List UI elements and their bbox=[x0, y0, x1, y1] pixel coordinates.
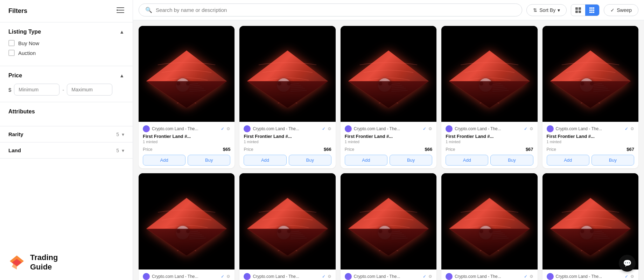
grid-view-button[interactable] bbox=[571, 5, 585, 16]
nft-collection-row: Crypto.com Land - The... ✓ ⚙ bbox=[446, 273, 533, 280]
nft-avatar bbox=[446, 125, 453, 132]
sweep-button[interactable]: ✓ Sweep bbox=[604, 4, 638, 16]
verified-icon: ✓ bbox=[524, 274, 527, 279]
verified-icon: ✓ bbox=[322, 274, 326, 279]
sweep-check-icon: ✓ bbox=[610, 7, 615, 13]
sort-button[interactable]: ⇅ Sort By ▾ bbox=[526, 4, 567, 16]
nft-settings-icon: ⚙ bbox=[428, 126, 432, 131]
svg-rect-2 bbox=[117, 12, 124, 13]
price-label: Price bbox=[244, 147, 253, 152]
logo-icon bbox=[8, 254, 25, 271]
land-row[interactable]: Land 5 ▾ bbox=[0, 142, 133, 159]
nft-card: Crypto.com Land - The... ✓ ⚙ First Front… bbox=[239, 173, 335, 280]
nft-image-container bbox=[441, 26, 537, 122]
nft-collection-row: Crypto.com Land - The... ✓ ⚙ bbox=[143, 125, 230, 132]
nft-collection-row: Crypto.com Land - The... ✓ ⚙ bbox=[143, 273, 230, 280]
sidebar-header: Filters bbox=[0, 0, 133, 22]
buy-button[interactable]: Buy bbox=[592, 155, 634, 166]
rarity-right: 5 ▾ bbox=[116, 132, 124, 137]
nft-collection-name: Crypto.com Land - The... bbox=[556, 126, 623, 131]
price-value: $67 bbox=[526, 147, 533, 152]
svg-rect-8 bbox=[579, 7, 581, 10]
topbar: 🔍 ⇅ Sort By ▾ bbox=[133, 0, 644, 20]
add-button[interactable]: Add bbox=[547, 155, 589, 166]
add-button[interactable]: Add bbox=[345, 155, 387, 166]
nft-minted: 1 minted bbox=[446, 140, 533, 144]
logo-area: Trading Guide bbox=[0, 245, 133, 280]
rarity-row[interactable]: Rarity 5 ▾ bbox=[0, 126, 133, 142]
price-value: $67 bbox=[626, 147, 634, 152]
price-separator: - bbox=[62, 87, 64, 93]
nft-avatar bbox=[244, 273, 251, 280]
svg-rect-15 bbox=[591, 9, 593, 11]
price-value: $66 bbox=[425, 147, 432, 152]
svg-rect-12 bbox=[591, 7, 593, 9]
nft-image bbox=[139, 173, 234, 269]
view-toggle bbox=[571, 4, 600, 16]
filters-title: Filters bbox=[8, 7, 27, 15]
nft-collection-row: Crypto.com Land - The... ✓ ⚙ bbox=[244, 125, 331, 132]
buy-button[interactable]: Buy bbox=[490, 155, 533, 166]
nft-name: First Frontier Land #... bbox=[446, 134, 533, 139]
nft-image bbox=[341, 173, 436, 269]
logo-text-line1: Trading bbox=[30, 253, 58, 262]
filter-toggle-icon[interactable] bbox=[117, 7, 124, 15]
logo-text: Trading Guide bbox=[30, 253, 58, 272]
nft-info: Crypto.com Land - The... ✓ ⚙ First Front… bbox=[441, 122, 537, 168]
nft-price-row: Price $66 bbox=[345, 147, 432, 152]
nft-price-row: Price $65 bbox=[143, 147, 230, 152]
nft-info: Crypto.com Land - The... ✓ ⚙ First Front… bbox=[239, 270, 335, 280]
nft-avatar bbox=[143, 125, 150, 132]
nft-name: First Frontier Land #... bbox=[244, 134, 331, 139]
svg-rect-16 bbox=[593, 9, 594, 11]
nft-name-row: First Frontier Land #... bbox=[446, 134, 533, 139]
buy-button[interactable]: Buy bbox=[188, 155, 230, 166]
price-label: Price bbox=[446, 147, 455, 152]
listing-type-header[interactable]: Listing Type ▲ bbox=[8, 29, 124, 35]
nft-image bbox=[341, 26, 436, 122]
chat-bubble[interactable]: 💬 bbox=[619, 255, 636, 272]
attributes-header[interactable]: Attributes bbox=[8, 108, 124, 115]
search-icon: 🔍 bbox=[145, 7, 152, 13]
verified-icon: ✓ bbox=[322, 126, 326, 131]
nft-actions: Add Buy bbox=[244, 155, 331, 166]
price-min-input[interactable] bbox=[14, 84, 59, 96]
nft-settings-icon: ⚙ bbox=[226, 274, 230, 279]
verified-icon: ✓ bbox=[221, 126, 224, 131]
verified-icon: ✓ bbox=[524, 126, 527, 131]
nft-image bbox=[441, 26, 537, 122]
price-max-input[interactable] bbox=[67, 84, 112, 96]
list-view-button[interactable] bbox=[585, 5, 599, 16]
add-button[interactable]: Add bbox=[446, 155, 488, 166]
nft-name: First Frontier Land #... bbox=[345, 134, 432, 139]
auction-checkbox[interactable] bbox=[8, 50, 15, 56]
price-section-header[interactable]: Price ▲ bbox=[8, 72, 124, 79]
attributes-section: Attributes bbox=[0, 102, 133, 126]
add-button[interactable]: Add bbox=[143, 155, 186, 166]
nft-card: Crypto.com Land - The... ✓ ⚙ First Front… bbox=[139, 173, 234, 280]
nft-settings-icon: ⚙ bbox=[630, 274, 634, 279]
nft-collection-name: Crypto.com Land - The... bbox=[354, 126, 421, 131]
nft-card: Crypto.com Land - The... ✓ ⚙ First Front… bbox=[542, 26, 638, 168]
buy-button[interactable]: Buy bbox=[289, 155, 331, 166]
nft-image-container bbox=[341, 26, 436, 122]
price-title: Price bbox=[8, 72, 22, 79]
add-button[interactable]: Add bbox=[244, 155, 286, 166]
verified-icon: ✓ bbox=[625, 126, 628, 131]
svg-rect-18 bbox=[591, 12, 593, 13]
attributes-title: Attributes bbox=[8, 108, 35, 115]
nft-minted: 1 minted bbox=[244, 140, 331, 144]
nft-image-container bbox=[139, 26, 234, 122]
search-input[interactable] bbox=[156, 7, 516, 13]
buy-now-checkbox[interactable] bbox=[8, 40, 15, 46]
svg-rect-17 bbox=[589, 12, 591, 13]
listing-type-chevron: ▲ bbox=[119, 29, 124, 35]
price-label: Price bbox=[143, 147, 152, 152]
svg-rect-0 bbox=[117, 7, 124, 8]
svg-rect-13 bbox=[593, 7, 594, 9]
buy-button[interactable]: Buy bbox=[390, 155, 432, 166]
svg-rect-19 bbox=[593, 12, 594, 13]
nft-name: First Frontier Land #... bbox=[547, 134, 634, 139]
nft-actions: Add Buy bbox=[345, 155, 432, 166]
nft-card: Crypto.com Land - The... ✓ ⚙ First Front… bbox=[341, 26, 436, 168]
